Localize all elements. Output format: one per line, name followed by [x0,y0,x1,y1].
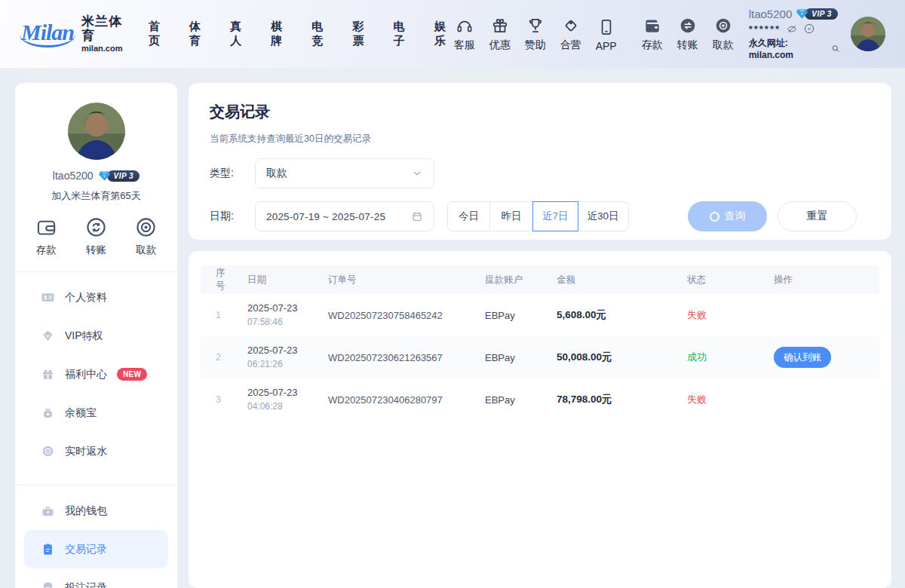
user-avatar[interactable] [851,17,885,51]
transfer-icon [678,16,698,35]
reset-button[interactable]: 重置 [778,201,857,231]
sponsorship-button[interactable]: 赞助 [525,16,546,52]
vip-gem-icon [796,8,808,20]
sidebar-avatar[interactable] [68,103,125,160]
row-order-no: WD202507230621263567 [313,336,470,378]
table-header-row: 序号 日期 订单号 提款账户 金额 状态 操作 [201,265,879,294]
topbar-quick-icons: 客服 优惠 赞助 合营 APP 存款 转账 取款 [454,16,734,52]
nav-lottery[interactable]: 彩票 [352,20,372,48]
target-icon [134,216,158,239]
col-index: 序号 [201,265,232,294]
sidebar-username-text: ltao5200 [53,170,94,182]
document-icon [41,542,55,556]
table-row: 1 2025-07-23 07:58:46 WD2025072307584652… [201,294,879,336]
col-account: 提款账户 [470,265,541,294]
col-date: 日期 [232,265,313,294]
sidebar-item-yuebao[interactable]: 余额宝 [24,394,168,432]
row-order-no: WD202507230406280797 [313,378,470,421]
confirm-received-button[interactable]: 确认到账 [774,347,831,368]
sidebar-item-rebate[interactable]: 实时返水 [24,432,168,470]
range-today-button[interactable]: 今日 [447,201,490,231]
row-index: 2 [201,336,232,378]
nav-sports[interactable]: 体育 [189,20,209,48]
nav-live[interactable]: 真人 [230,20,250,48]
row-account: EBPay [470,294,541,336]
range-yesterday-button[interactable]: 昨日 [490,201,533,231]
nav-entertainment[interactable]: 娱乐 [434,20,454,48]
nav-board-games[interactable]: 棋牌 [271,20,290,48]
username-text: ltao5200 [749,8,793,20]
site-logo[interactable]: Milan 米兰体育 milan.com [20,15,127,52]
topbar: Milan 米兰体育 milan.com 首页 体育 真人 棋牌 电竞 彩票 电… [0,0,905,68]
sidebar: ltao5200 VIP 3 加入米兰体育第65天 存款 转账 取款 个人资料 … [15,83,177,588]
row-datetime: 2025-07-23 06:21:26 [232,336,313,378]
sidebar-item-bet-records[interactable]: 投注记录 [24,568,168,588]
quick-range-group: 今日 昨日 近7日 近30日 [447,201,629,231]
eye-off-icon[interactable] [786,23,798,35]
deposit-button[interactable]: 存款 [642,16,663,52]
table-row: 2 2025-07-23 06:21:26 WD2025072306212635… [201,336,879,378]
wallet-icon [643,16,662,35]
table-row: 3 2025-07-23 04:06:28 WD2025072304062807… [201,378,879,421]
sidebar-vip-badge: VIP 3 [98,170,140,182]
page-title: 交易记录 [210,102,870,122]
row-amount: 78,798.00元 [541,378,672,421]
sidebar-deposit-button[interactable]: 存款 [35,216,58,257]
withdraw-button[interactable]: 取款 [713,16,734,52]
sidebar-item-transactions[interactable]: 交易记录 [24,530,168,568]
sidebar-menu-group-1: 个人资料 VIP特权 福利中心 NEW 余额宝 实时返水 [15,272,177,470]
refresh-balance-icon[interactable] [803,23,815,35]
col-action: 操作 [759,265,879,294]
date-range-input[interactable]: 2025-07-19 ~ 2025-07-25 [255,201,434,231]
app-download-button[interactable]: APP [596,17,617,52]
range-30days-button[interactable]: 近30日 [578,201,629,231]
calendar-icon [411,210,423,222]
type-select[interactable]: 取款 [255,158,434,188]
money-pot-icon [41,406,55,420]
sidebar-item-profile[interactable]: 个人资料 [24,278,168,317]
sidebar-item-wallet[interactable]: 我的钱包 [24,492,168,530]
main-nav: 首页 体育 真人 棋牌 电竞 彩票 电子 娱乐 [149,20,454,48]
promotions-button[interactable]: 优惠 [489,16,511,52]
sidebar-transfer-button[interactable]: 转账 [84,216,108,257]
sidebar-withdraw-button[interactable]: 取款 [134,216,158,257]
row-order-no: WD202507230758465242 [313,294,470,336]
row-amount: 5,608.00元 [541,294,672,336]
sidebar-item-vip[interactable]: VIP特权 [24,317,168,355]
coin-icon [41,444,55,458]
masked-balance-text: ****** [749,24,781,34]
trophy-icon [526,16,545,35]
magnifier-icon[interactable] [831,44,840,54]
sidebar-menu-group-2: 我的钱包 交易记录 投注记录 [15,485,177,588]
wallet-icon [35,216,58,239]
col-amount: 金额 [541,265,672,294]
loading-spinner-icon [710,212,719,222]
gift-icon [490,16,510,35]
row-account: EBPay [470,336,541,378]
status-badge: 失败 [687,394,707,405]
row-action-cell [759,378,879,421]
transactions-table: 序号 日期 订单号 提款账户 金额 状态 操作 1 2025-07-23 07:… [201,265,879,421]
join-days-text: 加入米兰体育第65天 [15,189,177,203]
row-amount: 50,008.00元 [541,336,672,378]
phone-icon [597,17,616,37]
vip-gem-icon [98,170,111,182]
gem-icon [41,329,55,343]
withdraw-icon [713,16,733,35]
nav-slots[interactable]: 电子 [394,20,413,48]
range-7days-button[interactable]: 近7日 [532,201,578,231]
transfer-button[interactable]: 转账 [677,16,698,52]
customer-service-button[interactable]: 客服 [454,16,475,52]
query-button[interactable]: 查询 [688,201,767,231]
chevron-down-icon [411,167,423,179]
type-label: 类型: [210,167,244,180]
nav-home[interactable]: 首页 [149,20,168,48]
affiliate-button[interactable]: 合营 [560,16,581,52]
new-badge: NEW [117,368,147,381]
nav-esports[interactable]: 电竞 [311,20,331,48]
row-datetime: 2025-07-23 04:06:28 [232,378,313,421]
row-action-cell [759,294,879,336]
logo-cn-text: 米兰体育 [81,15,127,43]
sidebar-quick-actions: 存款 转账 取款 [15,216,177,257]
sidebar-item-benefits[interactable]: 福利中心 NEW [24,355,168,394]
